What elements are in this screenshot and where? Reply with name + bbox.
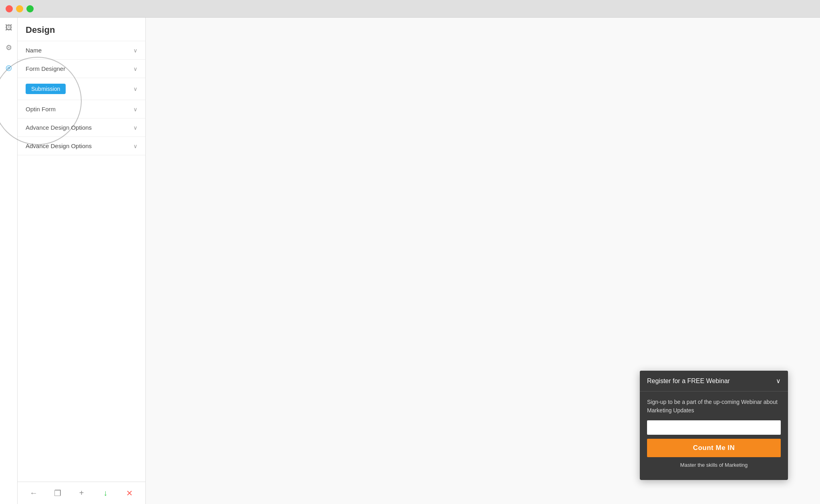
- webinar-header: Register for a FREE Webinar ∨: [640, 371, 788, 392]
- image-icon[interactable]: 🖼: [3, 22, 15, 34]
- accordion-submission: Submission ∨: [18, 78, 145, 100]
- submission-pill[interactable]: Submission: [26, 84, 66, 94]
- settings-icon[interactable]: ⚙: [3, 42, 15, 54]
- download-button[interactable]: ↓: [98, 486, 113, 500]
- accordion-form-designer-chevron: ∨: [133, 66, 137, 72]
- close-button[interactable]: [6, 5, 13, 12]
- accordion-submission-header[interactable]: Submission ∨: [18, 78, 145, 100]
- accordion-advance-design-2: Advance Design Options ∨: [18, 137, 145, 155]
- accordion-optin-form-label: Optin Form: [26, 106, 56, 112]
- accordion-advance-design-1-label: Advance Design Options: [26, 124, 92, 131]
- webinar-widget: Register for a FREE Webinar ∨ Sign-up to…: [640, 371, 788, 480]
- accordion-advance-design-1: Advance Design Options ∨: [18, 118, 145, 137]
- accordion-name-label: Name: [26, 47, 42, 54]
- close-panel-button[interactable]: ✕: [122, 486, 137, 500]
- copy-button[interactable]: ❐: [50, 486, 65, 500]
- content-area: Register for a FREE Webinar ∨ Sign-up to…: [146, 18, 820, 504]
- accordion-form-designer: Form Designer ∨: [18, 60, 145, 78]
- accordion-name: Name ∨: [18, 41, 145, 60]
- accordion-advance-design-1-header[interactable]: Advance Design Options ∨: [18, 118, 145, 137]
- accordion-submission-chevron: ∨: [133, 86, 137, 92]
- main-layout: 🖼 ⚙ ◎ Design Name ∨ Form Designer ∨ Subm…: [0, 18, 820, 504]
- add-button[interactable]: +: [74, 486, 88, 500]
- accordion-form-designer-header[interactable]: Form Designer ∨: [18, 60, 145, 78]
- accordion-form-designer-label: Form Designer: [26, 65, 65, 72]
- webinar-collapse-icon[interactable]: ∨: [776, 377, 781, 385]
- webinar-header-title: Register for a FREE Webinar: [647, 377, 730, 385]
- accordion-advance-design-2-label: Advance Design Options: [26, 143, 92, 149]
- minimize-button[interactable]: [16, 5, 23, 12]
- webinar-email-input[interactable]: [647, 420, 781, 435]
- webinar-footer-text: Master the skills of Marketing: [647, 462, 781, 474]
- title-bar: [0, 0, 820, 18]
- webinar-body: Sign-up to be a part of the up-coming We…: [640, 392, 788, 480]
- target-icon[interactable]: ◎: [3, 62, 15, 74]
- maximize-button[interactable]: [26, 5, 34, 12]
- accordion-advance-design-2-chevron: ∨: [133, 143, 137, 149]
- accordion-advance-design-1-chevron: ∨: [133, 124, 137, 131]
- webinar-description: Sign-up to be a part of the up-coming We…: [647, 398, 781, 415]
- accordion-optin-form-chevron: ∨: [133, 106, 137, 112]
- accordion-advance-design-2-header[interactable]: Advance Design Options ∨: [18, 137, 145, 155]
- accordion-name-chevron: ∨: [133, 47, 137, 54]
- back-button[interactable]: ←: [26, 486, 41, 500]
- accordion-name-header[interactable]: Name ∨: [18, 41, 145, 59]
- bottom-toolbar: ← ❐ + ↓ ✕: [18, 482, 145, 504]
- accordion-optin-form: Optin Form ∨: [18, 100, 145, 118]
- icon-rail: 🖼 ⚙ ◎: [0, 18, 18, 504]
- side-panel: Design Name ∨ Form Designer ∨ Submission…: [18, 18, 146, 504]
- accordion-optin-form-header[interactable]: Optin Form ∨: [18, 100, 145, 118]
- panel-title: Design: [18, 18, 145, 41]
- webinar-cta-button[interactable]: Count Me IN: [647, 439, 781, 457]
